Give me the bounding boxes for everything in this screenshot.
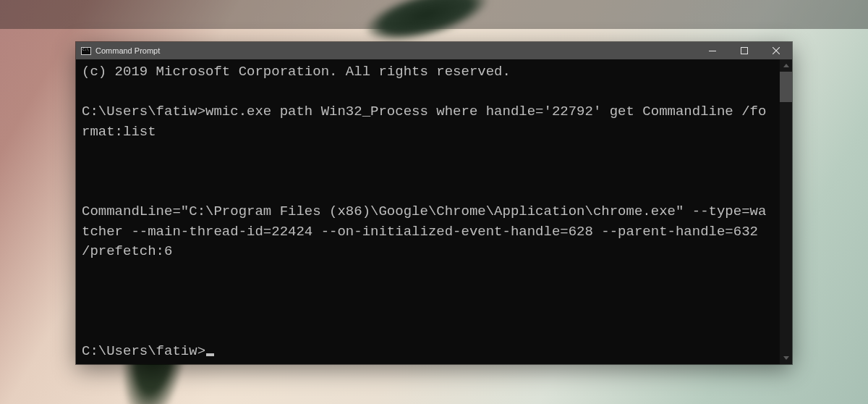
scroll-thumb[interactable]	[780, 72, 792, 102]
maximize-button[interactable]	[728, 42, 760, 59]
terminal-output: (c) 2019 Microsoft Corporation. All righ…	[82, 62, 770, 362]
titlebar[interactable]: Command Prompt	[76, 42, 792, 59]
scroll-up-arrow-icon[interactable]	[780, 59, 792, 72]
window-title: Command Prompt	[95, 46, 160, 55]
close-button[interactable]	[760, 42, 792, 59]
prompt: C:\Users\fatiw>	[82, 343, 205, 359]
cmd-icon	[81, 47, 91, 55]
scroll-down-arrow-icon[interactable]	[780, 352, 792, 364]
terminal-body[interactable]: (c) 2019 Microsoft Corporation. All righ…	[76, 59, 792, 364]
command-prompt-window: Command Prompt (c) 2019 Microsoft Corpor…	[76, 42, 792, 364]
minimize-button[interactable]	[697, 42, 728, 59]
cursor	[206, 353, 214, 356]
svg-rect-1	[741, 48, 748, 54]
svg-rect-0	[709, 51, 716, 51]
scrollbar[interactable]	[780, 59, 792, 364]
